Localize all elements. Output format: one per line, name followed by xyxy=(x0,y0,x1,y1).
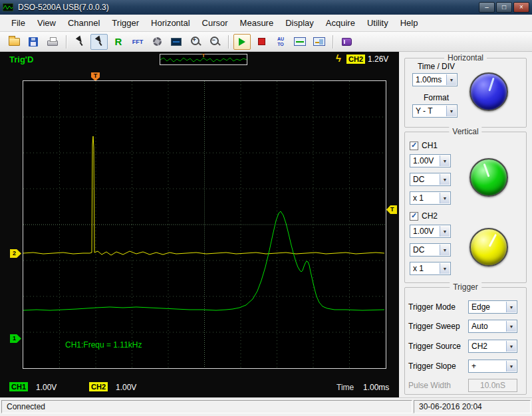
dropdown-arrow-icon[interactable] xyxy=(440,193,450,203)
menu-item-utility[interactable]: Utility xyxy=(361,16,394,30)
print-button[interactable] xyxy=(44,34,61,50)
cursor-tool-button[interactable] xyxy=(71,34,88,50)
ch1-badge: CH1 xyxy=(9,382,28,391)
trigger-slope-select[interactable]: + xyxy=(468,360,517,373)
toolbar-separator xyxy=(332,35,333,49)
ch1-coupling-select[interactable]: DC xyxy=(410,173,451,186)
open-folder-icon xyxy=(9,38,20,46)
ch1-trace xyxy=(23,211,384,310)
timebase-value: 1.00ms xyxy=(363,383,389,392)
trigger-level-marker[interactable]: T xyxy=(386,205,397,214)
open-button[interactable] xyxy=(5,34,23,50)
r-measure-button[interactable]: R xyxy=(110,34,127,50)
settings-button[interactable] xyxy=(148,34,166,50)
menu-item-file[interactable]: File xyxy=(5,16,31,30)
menu-item-measure[interactable]: Measure xyxy=(234,16,280,30)
ch1-position-marker[interactable]: 1 xyxy=(10,334,21,343)
auto-setup-button[interactable]: AU TO xyxy=(272,34,289,50)
ch2-coupling-select[interactable]: DC xyxy=(410,243,451,257)
format-label: Format xyxy=(410,93,463,102)
ch1-volt-select[interactable]: 1.00V xyxy=(410,154,451,167)
time-div-label: Time / DIV xyxy=(410,62,463,71)
ch2-probe-select[interactable]: x 1 xyxy=(410,262,451,275)
minimize-button[interactable]: – xyxy=(479,2,495,13)
application-window: DSO-5200A USB(7.0.0.3) – □ × File View C… xyxy=(0,0,532,416)
start-button[interactable] xyxy=(233,34,251,50)
vertical-group-title: Vertical xyxy=(449,127,481,136)
trigger-source-select[interactable]: CH2 xyxy=(468,340,517,353)
scope-window-icon xyxy=(294,37,306,46)
menu-item-horizontal[interactable]: Horizontal xyxy=(145,16,196,30)
plus-glyph: + xyxy=(193,37,196,43)
horizontal-knob[interactable] xyxy=(469,72,508,111)
ch1-probe-value: x 1 xyxy=(413,193,438,203)
ch2-volt-select[interactable]: 1.00V xyxy=(410,225,451,238)
save-button[interactable] xyxy=(25,34,42,50)
menu-item-trigger[interactable]: Trigger xyxy=(106,16,145,30)
dropdown-arrow-icon[interactable] xyxy=(506,361,516,371)
minus-glyph: − xyxy=(212,37,215,43)
datetime-status: 30-06-2016 20:04 xyxy=(414,400,531,413)
window-title: DSO-5200A USB(7.0.0.3) xyxy=(18,3,479,12)
fft-button[interactable]: FFT xyxy=(129,34,146,50)
ch1-volt-value: 1.00V xyxy=(413,156,438,165)
ch1-probe-select[interactable]: x 1 xyxy=(410,191,451,205)
trigger-mode-select[interactable]: Edge xyxy=(468,300,517,314)
dropdown-arrow-icon[interactable] xyxy=(440,226,450,237)
stop-icon xyxy=(258,38,265,45)
dropdown-arrow-icon[interactable] xyxy=(506,321,516,332)
menu-item-help[interactable]: Help xyxy=(394,16,424,30)
trigger-level-value: 1.26V xyxy=(368,54,388,64)
stop-button[interactable] xyxy=(253,34,270,50)
maximize-button[interactable]: □ xyxy=(496,2,512,13)
waveform-preview[interactable]: T xyxy=(160,54,247,65)
ch2-badge: CH2 xyxy=(89,382,108,391)
knob-pointer xyxy=(488,78,494,92)
pointer-tool-button[interactable] xyxy=(90,34,108,50)
menu-item-cursor[interactable]: Cursor xyxy=(196,16,234,30)
scope-split-button[interactable] xyxy=(311,34,328,50)
time-div-select[interactable]: 1.00ms xyxy=(412,73,458,86)
display-mode-button[interactable] xyxy=(168,34,185,50)
dropdown-arrow-icon[interactable] xyxy=(440,156,450,166)
ch2-scale-value: 1.00V xyxy=(116,383,136,392)
ch2-volt-value: 1.00V xyxy=(413,227,438,236)
ch1-checkbox[interactable] xyxy=(410,142,418,150)
help-button[interactable] xyxy=(338,34,355,50)
menu-item-display[interactable]: Display xyxy=(279,16,320,30)
format-select[interactable]: Y - T xyxy=(412,104,458,118)
scope-split-icon xyxy=(313,37,325,46)
ch2-checkbox-label: CH2 xyxy=(422,211,438,221)
toolbar-separator xyxy=(228,35,229,49)
scope-canvas xyxy=(23,81,386,368)
scope-window-button[interactable] xyxy=(291,34,309,50)
ch1-vertical-knob[interactable] xyxy=(469,158,508,197)
ch2-position-marker[interactable]: 2 xyxy=(10,249,21,258)
ch2-vertical-knob[interactable] xyxy=(469,228,508,266)
pulse-width-input[interactable]: 10.0nS xyxy=(468,379,517,392)
dropdown-arrow-icon[interactable] xyxy=(506,302,516,312)
zoom-in-button[interactable]: + xyxy=(187,34,204,50)
dropdown-arrow-icon[interactable] xyxy=(506,341,516,352)
dropdown-arrow-icon[interactable] xyxy=(446,106,456,116)
knob-pointer xyxy=(483,163,489,177)
menu-item-acquire[interactable]: Acquire xyxy=(320,16,361,30)
toolbar: R FFT + − AU TO xyxy=(0,32,532,52)
measurement-annotation: CH1:Frequ = 1.11kHz xyxy=(65,340,142,350)
close-button[interactable]: × xyxy=(513,2,529,13)
ch2-checkbox[interactable] xyxy=(410,212,418,221)
zoom-out-button[interactable]: − xyxy=(206,34,223,50)
trigger-sweep-select[interactable]: Auto xyxy=(468,320,517,333)
dropdown-arrow-icon[interactable] xyxy=(440,245,450,255)
r-measure-icon: R xyxy=(115,36,122,47)
menu-item-channel[interactable]: Channel xyxy=(62,16,106,30)
trigger-slope-label: Trigger Slope xyxy=(408,362,456,371)
scope-region: Trig'D T ϟ CH2 1.26V T xyxy=(0,52,399,397)
trigger-source-value: CH2 xyxy=(471,342,505,351)
dropdown-arrow-icon[interactable] xyxy=(440,263,450,274)
dropdown-arrow-icon[interactable] xyxy=(446,74,456,85)
menu-item-view[interactable]: View xyxy=(31,16,62,30)
statusbar: Connected 30-06-2016 20:04 xyxy=(0,397,532,416)
ch1-coupling-value: DC xyxy=(413,175,438,184)
dropdown-arrow-icon[interactable] xyxy=(440,174,450,185)
